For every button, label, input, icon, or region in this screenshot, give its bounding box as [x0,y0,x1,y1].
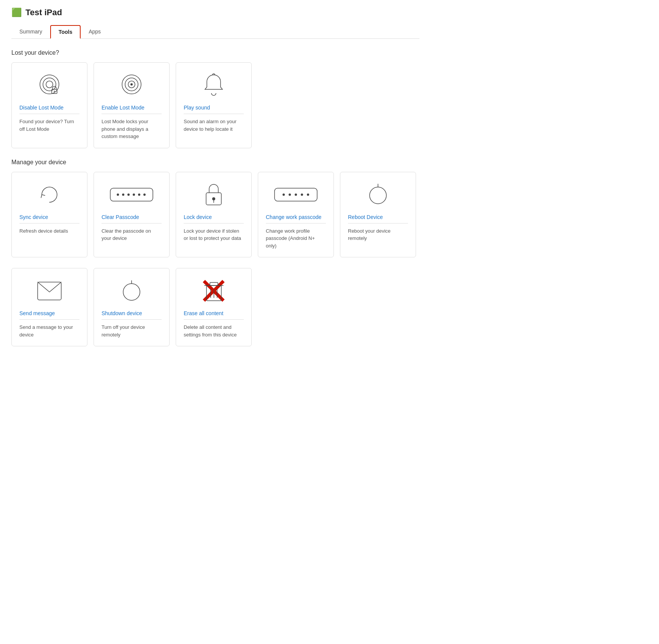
card-sync-device[interactable]: Sync device Refresh device details [11,172,87,258]
manage-section: Manage your device Sync device Refresh d… [11,159,419,347]
device-title: Test iPad [25,8,62,17]
play-sound-link[interactable]: Play sound [184,105,244,114]
svg-point-24 [307,194,309,196]
svg-point-10 [117,194,119,196]
card-lock-device[interactable]: Lock device Lock your device if stolen o… [176,172,252,258]
tab-summary[interactable]: Summary [11,25,50,39]
svg-point-8 [130,83,133,86]
enable-lost-mode-desc: Lost Mode locks your phone and displays … [102,118,162,140]
change-work-passcode-link[interactable]: Change work passcode [266,214,326,224]
card-change-work-passcode[interactable]: Change work passcode Change work profile… [258,172,334,258]
svg-rect-32 [210,282,218,286]
reboot-device-icon [348,181,408,208]
card-send-message[interactable]: Send message Send a message to your devi… [11,268,87,346]
svg-point-12 [127,194,130,196]
clear-passcode-icon [102,181,162,208]
reboot-device-desc: Reboot your device remotely [348,227,408,242]
svg-point-23 [301,194,303,196]
manage-section-title: Manage your device [11,159,419,166]
sync-device-icon [19,181,79,208]
svg-point-17 [212,197,215,200]
shutdown-device-link[interactable]: Shutdown device [102,310,162,320]
tab-bar: Summary Tools Apps [11,25,419,39]
svg-point-15 [143,194,146,196]
disable-lost-mode-desc: Found your device? Turn off Lost Mode [19,118,79,133]
page-header: 🟩 Test iPad [11,8,419,19]
card-clear-passcode[interactable]: Clear Passcode Clear the passcode on you… [94,172,170,258]
svg-point-28 [123,284,140,300]
lock-device-link[interactable]: Lock device [184,214,244,224]
enable-lost-mode-link[interactable]: Enable Lost Mode [102,105,162,114]
play-sound-desc: Sound an alarm on your device to help lo… [184,118,244,133]
erase-all-content-desc: Delete all content and settings from thi… [184,324,244,338]
svg-point-2 [46,81,53,88]
svg-point-21 [289,194,291,196]
card-shutdown-device[interactable]: Shutdown device Turn off your device rem… [94,268,170,346]
shutdown-device-desc: Turn off your device remotely [102,324,162,338]
svg-point-22 [295,194,297,196]
card-erase-all-content[interactable]: Erase all content Delete all content and… [176,268,252,346]
svg-point-1 [43,78,56,91]
card-enable-lost-mode[interactable]: Enable Lost Mode Lost Mode locks your ph… [94,62,170,148]
lost-section: Lost your device? Disable Lost Mode Foun… [11,49,419,148]
svg-point-20 [283,194,285,196]
enable-lost-mode-icon [102,72,162,98]
svg-point-14 [138,194,140,196]
device-icon: 🟩 [11,8,22,17]
lost-section-title: Lost your device? [11,49,419,56]
manage-cards-row-1: Sync device Refresh device details Clear… [11,172,419,258]
svg-rect-9 [110,188,153,201]
sync-device-desc: Refresh device details [19,227,68,235]
reboot-device-link[interactable]: Reboot Device [348,214,408,224]
card-play-sound[interactable]: Play sound Sound an alarm on your device… [176,62,252,148]
lock-device-desc: Lock your device if stolen or lost to pr… [184,227,244,242]
erase-all-content-icon [184,278,244,304]
manage-cards-row-2: Send message Send a message to your devi… [11,268,419,346]
play-sound-icon [184,72,244,98]
tab-tools[interactable]: Tools [50,25,81,39]
send-message-desc: Send a message to your device [19,324,79,338]
svg-point-25 [370,187,386,204]
lost-cards-row: Disable Lost Mode Found your device? Tur… [11,62,419,148]
disable-lost-mode-icon [19,72,79,98]
disable-lost-mode-link[interactable]: Disable Lost Mode [19,105,79,114]
svg-point-4 [54,91,55,92]
change-work-passcode-icon [266,181,326,208]
tab-apps[interactable]: Apps [81,25,109,39]
sync-device-link[interactable]: Sync device [19,214,79,224]
lock-device-icon [184,181,244,208]
change-work-passcode-desc: Change work profile passcode (Android N+… [266,227,326,250]
send-message-link[interactable]: Send message [19,310,79,320]
svg-point-13 [133,194,135,196]
clear-passcode-link[interactable]: Clear Passcode [102,214,162,224]
card-reboot-device[interactable]: Reboot Device Reboot your device remotel… [340,172,416,258]
clear-passcode-desc: Clear the passcode on your device [102,227,162,242]
card-disable-lost-mode[interactable]: Disable Lost Mode Found your device? Tur… [11,62,87,148]
svg-point-11 [122,194,124,196]
shutdown-device-icon [102,278,162,304]
erase-all-content-link[interactable]: Erase all content [184,310,244,320]
send-message-icon [19,278,79,304]
